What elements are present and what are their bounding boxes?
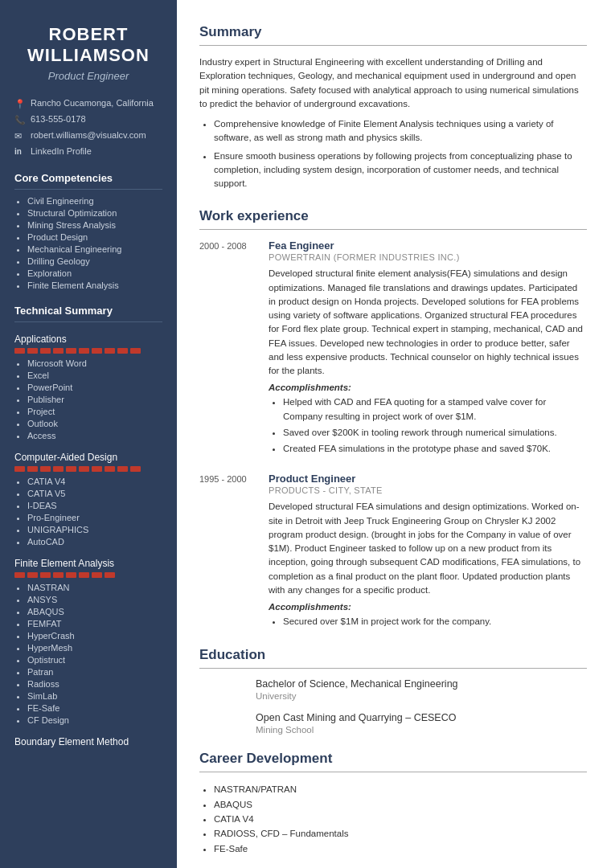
bar-segment xyxy=(130,466,141,472)
bar-segment xyxy=(79,348,89,354)
list-item: Optistruct xyxy=(27,655,162,665)
bar-segment xyxy=(66,348,76,354)
list-item: RADIOSS, CFD – Fundamentals xyxy=(214,826,587,841)
fea-bar xyxy=(14,572,162,578)
list-item: Secured over $1M in project work for the… xyxy=(283,615,587,628)
cad-title: Computer-Aided Design xyxy=(14,452,162,463)
bar-segment xyxy=(53,348,64,354)
list-item: Radioss xyxy=(27,679,162,689)
bar-segment xyxy=(66,466,76,472)
sidebar: ROBERT WILLIAMSON Product Engineer 📍 Ran… xyxy=(0,0,177,868)
list-item: CATIA V4 xyxy=(27,477,162,486)
job-details-2: Product Engineer PRODUCTS - CITY, STATE … xyxy=(269,473,587,631)
bar-segment xyxy=(14,348,25,354)
list-item: Comprehensive knowledge of Finite Elemen… xyxy=(214,117,587,145)
education-degree-2: Open Cast Mining and Quarrying – CESECO xyxy=(256,712,587,723)
list-item: SimLab xyxy=(27,691,162,701)
fea-list: NASTRAN ANSYS ABAQUS FEMFAT HyperCrash H… xyxy=(14,583,162,725)
bar-segment xyxy=(105,572,115,578)
bar-segment xyxy=(14,466,25,472)
list-item: I-DEAS xyxy=(27,501,162,510)
list-item: PowerPoint xyxy=(27,383,162,392)
bar-segment xyxy=(14,572,25,578)
list-item: Patran xyxy=(27,667,162,677)
career-dev-list: NASTRAN/PATRAN ABAQUS CATIA V4 RADIOSS, … xyxy=(199,782,587,856)
linkedin-icon: in xyxy=(14,147,26,156)
bar-segment xyxy=(105,466,115,472)
applications-bar xyxy=(14,348,162,354)
education-entry-2: Open Cast Mining and Quarrying – CESECO … xyxy=(199,712,587,735)
list-item: Created FEA simulations in the prototype… xyxy=(283,442,587,456)
bar-segment xyxy=(105,348,115,354)
education-degree-1: Bachelor of Science, Mechanical Engineer… xyxy=(256,678,587,690)
job-entry-1: 2000 - 2008 Fea Engineer POWERTRAIN (FOR… xyxy=(199,240,587,458)
applications-list: Microsoft Word Excel PowerPoint Publishe… xyxy=(14,358,162,440)
bar-segment xyxy=(27,572,38,578)
accomplishments-label-1: Accomplishments: xyxy=(269,383,587,392)
bar-segment xyxy=(92,348,102,354)
education-title: Education xyxy=(199,647,587,663)
list-item: Publisher xyxy=(27,395,162,404)
main-content: Summary Industry expert in Structural En… xyxy=(177,0,611,868)
job-company-2: PRODUCTS - CITY, STATE xyxy=(269,485,587,495)
bar-segment xyxy=(53,466,64,472)
bar-segment xyxy=(66,572,76,578)
bar-segment xyxy=(27,348,38,354)
list-item: Project xyxy=(27,407,162,416)
phone-icon: 📞 xyxy=(14,115,26,125)
contact-email[interactable]: ✉ robert.williams@visualcv.com xyxy=(14,130,162,141)
contact-location: 📍 Rancho Cucamonga, California xyxy=(14,98,162,109)
list-item: FE-Safe xyxy=(214,841,587,856)
list-item: Product Design xyxy=(27,232,162,242)
bar-segment xyxy=(53,572,64,578)
tech-summary-title: Technical Summary xyxy=(14,305,162,317)
bar-segment xyxy=(40,572,51,578)
list-item: Drilling Geology xyxy=(27,256,162,266)
bar-segment xyxy=(117,348,128,354)
job-dates-1: 2000 - 2008 xyxy=(199,240,256,458)
list-item: HyperCrash xyxy=(27,631,162,641)
contact-linkedin[interactable]: in LinkedIn Profile xyxy=(14,146,162,156)
list-item: Excel xyxy=(27,371,162,380)
fea-title: Finite Element Analysis xyxy=(14,558,162,569)
job-description-1: Developed structural finite element anal… xyxy=(269,267,587,378)
education-entry-1: Bachelor of Science, Mechanical Engineer… xyxy=(199,678,587,701)
competencies-list: Civil Engineering Structural Optimizatio… xyxy=(14,196,162,290)
contact-section: 📍 Rancho Cucamonga, California 📞 613-555… xyxy=(14,98,162,156)
location-icon: 📍 xyxy=(14,99,26,109)
list-item: Finite Element Analysis xyxy=(27,280,162,290)
list-item: Saved over $200K in tooling rework throu… xyxy=(283,426,587,440)
applications-title: Applications xyxy=(14,334,162,345)
cad-bar xyxy=(14,466,162,472)
bar-segment xyxy=(92,466,102,472)
list-item: UNIGRAPHICS xyxy=(27,525,162,534)
summary-title: Summary xyxy=(199,24,587,40)
bar-segment xyxy=(92,572,102,578)
list-item: Ensure smooth business operations by fol… xyxy=(214,149,587,191)
list-item: AutoCAD xyxy=(27,537,162,547)
list-item: ABAQUS xyxy=(214,797,587,812)
list-item: Civil Engineering xyxy=(27,196,162,206)
work-title: Work experience xyxy=(199,208,587,224)
work-divider xyxy=(199,229,587,230)
bar-segment xyxy=(117,466,128,472)
job-title-1: Fea Engineer xyxy=(269,240,587,252)
list-item: Pro-Engineer xyxy=(27,513,162,522)
list-item: HyperMesh xyxy=(27,643,162,653)
bar-segment xyxy=(40,348,51,354)
list-item: Exploration xyxy=(27,268,162,278)
list-item: Outlook xyxy=(27,419,162,428)
summary-text: Industry expert in Structural Engineerin… xyxy=(199,55,587,111)
job-details-1: Fea Engineer POWERTRAIN (FORMER INDUSTRI… xyxy=(269,240,587,458)
bem-title: Boundary Element Method xyxy=(14,736,162,747)
job-description-2: Developed structural FEA simulations and… xyxy=(269,500,587,597)
email-icon: ✉ xyxy=(14,131,26,141)
job-dates-2: 1995 - 2000 xyxy=(199,473,256,631)
education-school-1: University xyxy=(256,691,587,701)
list-item: Access xyxy=(27,431,162,440)
list-item: CF Design xyxy=(27,715,162,725)
bar-segment xyxy=(79,572,89,578)
accomplishments-list-1: Helped with CAD and FEA quoting for a st… xyxy=(269,395,587,456)
career-divider xyxy=(199,772,587,772)
accomplishments-list-2: Secured over $1M in project work for the… xyxy=(269,615,587,628)
